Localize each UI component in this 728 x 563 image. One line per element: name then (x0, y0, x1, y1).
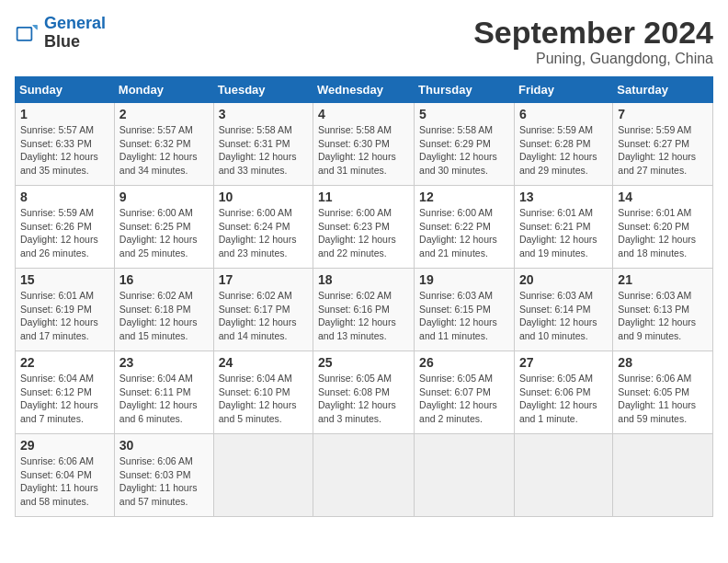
calendar-header-row: SundayMondayTuesdayWednesdayThursdayFrid… (16, 77, 713, 103)
day-info: Sunrise: 6:06 AMSunset: 6:04 PMDaylight:… (20, 455, 98, 507)
calendar-cell: 8 Sunrise: 5:59 AMSunset: 6:26 PMDayligh… (16, 186, 115, 269)
calendar-cell (415, 434, 515, 517)
calendar-cell: 25 Sunrise: 6:05 AMSunset: 6:08 PMDaylig… (313, 351, 415, 434)
calendar-cell: 19 Sunrise: 6:03 AMSunset: 6:15 PMDaylig… (415, 269, 515, 351)
calendar-cell: 21 Sunrise: 6:03 AMSunset: 6:13 PMDaylig… (613, 269, 713, 351)
day-number: 23 (119, 355, 209, 370)
calendar-cell: 23 Sunrise: 6:04 AMSunset: 6:11 PMDaylig… (114, 351, 213, 434)
calendar-row: 1 Sunrise: 5:57 AMSunset: 6:33 PMDayligh… (16, 103, 713, 186)
calendar-cell (313, 434, 415, 517)
day-number: 13 (519, 190, 608, 204)
day-info: Sunrise: 5:59 AMSunset: 6:27 PMDaylight:… (618, 124, 696, 176)
calendar-cell: 28 Sunrise: 6:06 AMSunset: 6:05 PMDaylig… (613, 351, 713, 434)
calendar-cell (514, 434, 612, 517)
calendar-row: 29 Sunrise: 6:06 AMSunset: 6:04 PMDaylig… (16, 434, 713, 517)
calendar-cell: 16 Sunrise: 6:02 AMSunset: 6:18 PMDaylig… (114, 269, 213, 351)
day-number: 4 (318, 107, 409, 121)
calendar-cell: 30 Sunrise: 6:06 AMSunset: 6:03 PMDaylig… (114, 434, 213, 517)
calendar-cell: 6 Sunrise: 5:59 AMSunset: 6:28 PMDayligh… (514, 103, 612, 186)
day-info: Sunrise: 6:05 AMSunset: 6:07 PMDaylight:… (419, 373, 497, 424)
svg-rect-1 (18, 29, 31, 40)
calendar-cell: 2 Sunrise: 5:57 AMSunset: 6:32 PMDayligh… (114, 103, 213, 186)
logo-text: General Blue (44, 15, 106, 52)
calendar-cell: 26 Sunrise: 6:05 AMSunset: 6:07 PMDaylig… (415, 351, 515, 434)
day-number: 25 (318, 355, 409, 370)
day-number: 17 (219, 272, 308, 287)
day-info: Sunrise: 5:58 AMSunset: 6:30 PMDaylight:… (318, 124, 396, 176)
calendar-cell: 18 Sunrise: 6:02 AMSunset: 6:16 PMDaylig… (313, 269, 415, 351)
calendar-row: 15 Sunrise: 6:01 AMSunset: 6:19 PMDaylig… (16, 269, 713, 351)
logo: General Blue (15, 15, 106, 52)
calendar-cell: 14 Sunrise: 6:01 AMSunset: 6:20 PMDaylig… (613, 186, 713, 269)
day-info: Sunrise: 6:04 AMSunset: 6:12 PMDaylight:… (20, 373, 98, 424)
day-number: 14 (618, 190, 708, 204)
calendar-cell: 5 Sunrise: 5:58 AMSunset: 6:29 PMDayligh… (415, 103, 515, 186)
logo-icon (15, 20, 40, 46)
calendar-cell: 17 Sunrise: 6:02 AMSunset: 6:17 PMDaylig… (213, 269, 313, 351)
day-number: 2 (119, 107, 209, 121)
day-number: 22 (20, 355, 109, 370)
calendar-cell: 3 Sunrise: 5:58 AMSunset: 6:31 PMDayligh… (213, 103, 313, 186)
logo-line1: General (44, 14, 106, 32)
day-info: Sunrise: 6:00 AMSunset: 6:23 PMDaylight:… (318, 207, 396, 259)
header-thursday: Thursday (415, 77, 515, 103)
calendar-body: 1 Sunrise: 5:57 AMSunset: 6:33 PMDayligh… (16, 103, 713, 517)
day-info: Sunrise: 6:06 AMSunset: 6:05 PMDaylight:… (618, 373, 696, 424)
calendar-cell: 22 Sunrise: 6:04 AMSunset: 6:12 PMDaylig… (16, 351, 115, 434)
calendar-cell: 15 Sunrise: 6:01 AMSunset: 6:19 PMDaylig… (16, 269, 115, 351)
calendar-cell (213, 434, 313, 517)
header-sunday: Sunday (16, 77, 115, 103)
title-section: September 2024 Puning, Guangdong, China (473, 15, 713, 67)
calendar-cell: 9 Sunrise: 6:00 AMSunset: 6:25 PMDayligh… (114, 186, 213, 269)
day-info: Sunrise: 6:04 AMSunset: 6:10 PMDaylight:… (219, 373, 297, 424)
header-saturday: Saturday (613, 77, 713, 103)
day-number: 30 (119, 438, 209, 453)
day-info: Sunrise: 6:03 AMSunset: 6:15 PMDaylight:… (419, 290, 497, 341)
day-number: 12 (419, 190, 509, 204)
day-info: Sunrise: 6:02 AMSunset: 6:17 PMDaylight:… (219, 290, 297, 341)
day-number: 5 (419, 107, 509, 121)
calendar-cell: 27 Sunrise: 6:05 AMSunset: 6:06 PMDaylig… (514, 351, 612, 434)
day-info: Sunrise: 5:59 AMSunset: 6:26 PMDaylight:… (20, 207, 98, 259)
calendar-row: 22 Sunrise: 6:04 AMSunset: 6:12 PMDaylig… (16, 351, 713, 434)
day-number: 20 (519, 272, 608, 287)
day-info: Sunrise: 6:03 AMSunset: 6:13 PMDaylight:… (618, 290, 696, 341)
day-info: Sunrise: 6:01 AMSunset: 6:20 PMDaylight:… (618, 207, 696, 259)
calendar-cell: 12 Sunrise: 6:00 AMSunset: 6:22 PMDaylig… (415, 186, 515, 269)
calendar-cell: 10 Sunrise: 6:00 AMSunset: 6:24 PMDaylig… (213, 186, 313, 269)
day-number: 7 (618, 107, 708, 121)
day-number: 8 (20, 190, 109, 204)
calendar-cell: 20 Sunrise: 6:03 AMSunset: 6:14 PMDaylig… (514, 269, 612, 351)
day-number: 10 (219, 190, 308, 204)
day-number: 28 (618, 355, 708, 370)
day-info: Sunrise: 5:57 AMSunset: 6:32 PMDaylight:… (119, 124, 198, 176)
day-info: Sunrise: 6:06 AMSunset: 6:03 PMDaylight:… (119, 455, 198, 507)
calendar-row: 8 Sunrise: 5:59 AMSunset: 6:26 PMDayligh… (16, 186, 713, 269)
day-info: Sunrise: 6:05 AMSunset: 6:08 PMDaylight:… (318, 373, 396, 424)
day-info: Sunrise: 5:57 AMSunset: 6:33 PMDaylight:… (20, 124, 98, 176)
calendar-cell (613, 434, 713, 517)
day-number: 19 (419, 272, 509, 287)
day-info: Sunrise: 6:02 AMSunset: 6:18 PMDaylight:… (119, 290, 198, 341)
day-number: 29 (20, 438, 109, 453)
day-info: Sunrise: 6:00 AMSunset: 6:25 PMDaylight:… (119, 207, 198, 259)
day-info: Sunrise: 6:00 AMSunset: 6:24 PMDaylight:… (219, 207, 297, 259)
day-number: 24 (219, 355, 308, 370)
day-info: Sunrise: 6:01 AMSunset: 6:21 PMDaylight:… (519, 207, 597, 259)
day-info: Sunrise: 6:03 AMSunset: 6:14 PMDaylight:… (519, 290, 597, 341)
logo-line2: Blue (44, 32, 80, 51)
day-number: 3 (219, 107, 308, 121)
day-info: Sunrise: 6:04 AMSunset: 6:11 PMDaylight:… (119, 373, 198, 424)
day-info: Sunrise: 6:05 AMSunset: 6:06 PMDaylight:… (519, 373, 597, 424)
day-number: 21 (618, 272, 708, 287)
calendar-cell: 29 Sunrise: 6:06 AMSunset: 6:04 PMDaylig… (16, 434, 115, 517)
day-number: 26 (419, 355, 509, 370)
calendar-cell: 1 Sunrise: 5:57 AMSunset: 6:33 PMDayligh… (16, 103, 115, 186)
header-wednesday: Wednesday (313, 77, 415, 103)
calendar-cell: 13 Sunrise: 6:01 AMSunset: 6:21 PMDaylig… (514, 186, 612, 269)
calendar-cell: 11 Sunrise: 6:00 AMSunset: 6:23 PMDaylig… (313, 186, 415, 269)
day-info: Sunrise: 5:58 AMSunset: 6:31 PMDaylight:… (219, 124, 297, 176)
month-title: September 2024 (473, 15, 713, 51)
location: Puning, Guangdong, China (473, 51, 713, 67)
calendar-table: SundayMondayTuesdayWednesdayThursdayFrid… (15, 76, 713, 517)
